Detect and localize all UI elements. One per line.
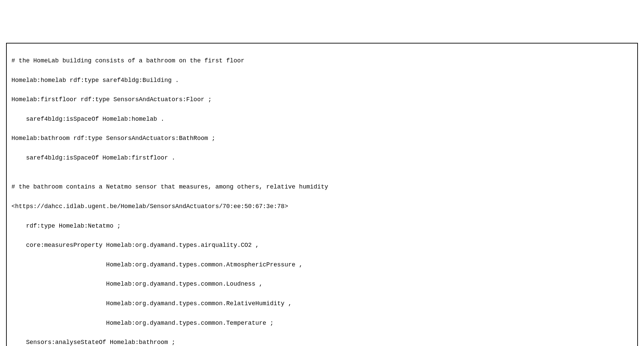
- code-line: Sensors:analyseStateOf Homelab:bathroom …: [11, 338, 633, 346]
- code-line: Homelab:org.dyamand.types.common.Atmosph…: [11, 260, 633, 270]
- code-line: Homelab:firstfloor rdf:type SensorsAndAc…: [11, 95, 633, 105]
- code-line: saref4bldg:isSpaceOf Homelab:homelab .: [11, 114, 633, 124]
- code-line: Homelab:org.dyamand.types.common.Tempera…: [11, 318, 633, 328]
- code-line: saref4bldg:isSpaceOf Homelab:firstfloor …: [11, 153, 633, 163]
- code-line: <https://dahcc.idlab.ugent.be/Homelab/Se…: [11, 202, 633, 211]
- code-line: # the bathroom contains a Netatmo sensor…: [11, 182, 633, 192]
- code-line: core:measuresProperty Homelab:org.dyaman…: [11, 240, 633, 250]
- code-line: Homelab:homelab rdf:type saref4bldg:Buil…: [11, 76, 633, 85]
- code-line: Homelab:bathroom rdf:type SensorsAndActu…: [11, 134, 633, 143]
- code-line: Homelab:org.dyamand.types.common.Relativ…: [11, 299, 633, 309]
- code-line: # the HomeLab building consists of a bat…: [11, 56, 633, 66]
- code-line: Homelab:org.dyamand.types.common.Loudnes…: [11, 279, 633, 289]
- code-listing: # the HomeLab building consists of a bat…: [6, 43, 638, 346]
- code-line: rdf:type Homelab:Netatmo ;: [11, 221, 633, 231]
